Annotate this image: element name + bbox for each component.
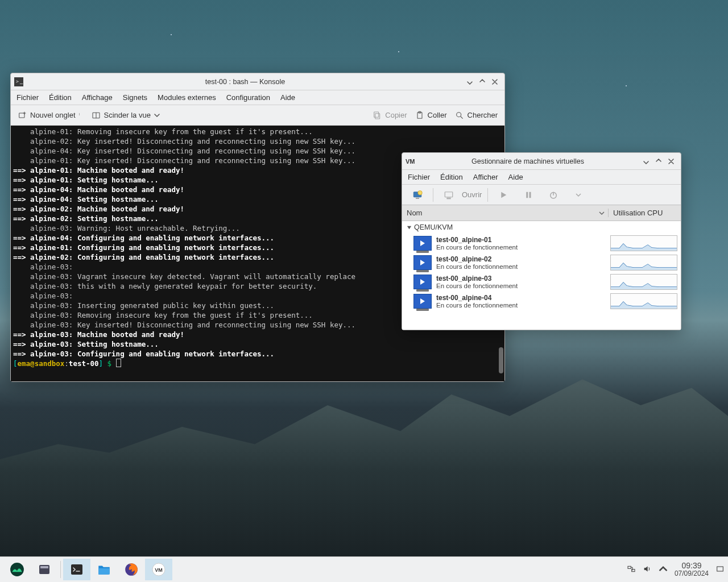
vm-row[interactable]: test-00_alpine-02En cours de fonctionnem… bbox=[402, 253, 681, 272]
desktop: ＞_ test-00 : bash — Konsole FichierÉditi… bbox=[0, 0, 728, 582]
system-tray: 09:39 07/09/2024 bbox=[627, 562, 725, 577]
play-button[interactable] bbox=[494, 187, 513, 203]
split-view-button[interactable]: Scinder la vue bbox=[92, 111, 160, 120]
search-button[interactable]: Chercher bbox=[455, 111, 498, 120]
paste-label: Coller bbox=[428, 111, 447, 119]
svg-rect-10 bbox=[445, 192, 453, 197]
menu-item[interactable]: Afficher bbox=[473, 173, 498, 181]
taskbar-konsole[interactable] bbox=[63, 559, 90, 580]
virt-toolbar: Ouvrir bbox=[402, 185, 681, 205]
new-tab-label: Nouvel onglet bbox=[30, 111, 76, 119]
taskbar: VM 09:39 07/09/2024 bbox=[0, 556, 728, 582]
vm-running-icon bbox=[413, 294, 432, 309]
vm-name: test-00_alpine-03 bbox=[436, 275, 610, 282]
svg-rect-17 bbox=[40, 566, 48, 568]
svg-point-9 bbox=[418, 190, 423, 195]
maximize-button[interactable] bbox=[476, 76, 489, 88]
vm-running-icon bbox=[413, 275, 432, 289]
svg-point-15 bbox=[10, 563, 24, 576]
vm-group-label: QEMU/KVM bbox=[414, 223, 453, 231]
vm-row[interactable]: test-00_alpine-04En cours de fonctionnem… bbox=[402, 292, 681, 311]
tray-expand-icon[interactable] bbox=[659, 564, 668, 575]
vm-row[interactable]: test-00_alpine-03En cours de fonctionnem… bbox=[402, 272, 681, 292]
virt-titlebar[interactable]: VM Gestionnaire de machines virtuelles bbox=[402, 153, 681, 170]
vm-list-header: Nom Utilisation CPU bbox=[402, 205, 681, 221]
vm-row[interactable]: test-00_alpine-01En cours de fonctionnem… bbox=[402, 234, 681, 253]
svg-rect-0 bbox=[19, 113, 24, 118]
konsole-title: test-00 : bash — Konsole bbox=[27, 78, 464, 86]
maximize-button[interactable] bbox=[652, 155, 665, 168]
minimize-button[interactable] bbox=[640, 155, 652, 168]
svg-rect-3 bbox=[374, 112, 379, 117]
taskbar-virt-manager[interactable]: VM bbox=[145, 559, 172, 580]
paste-button[interactable]: Coller bbox=[415, 111, 447, 120]
app-launcher-button[interactable] bbox=[3, 559, 31, 580]
vm-running-icon bbox=[413, 236, 432, 251]
menu-item[interactable]: Fichier bbox=[408, 173, 430, 181]
vm-group[interactable]: QEMU/KVM bbox=[402, 221, 681, 234]
virt-menubar: FichierÉditionAfficherAide bbox=[402, 170, 681, 185]
terminal-scrollbar[interactable] bbox=[499, 347, 503, 373]
menu-item[interactable]: Aide bbox=[508, 173, 523, 181]
power-menu-button[interactable] bbox=[569, 187, 588, 203]
menu-item[interactable]: Aide bbox=[280, 93, 295, 102]
vm-status: En cours de fonctionnement bbox=[436, 282, 610, 289]
vm-running-icon bbox=[413, 255, 432, 270]
task-switcher-button[interactable] bbox=[31, 559, 58, 580]
search-label: Chercher bbox=[468, 111, 498, 119]
clock-date: 07/09/2024 bbox=[675, 569, 709, 577]
volume-tray-icon[interactable] bbox=[643, 564, 652, 575]
network-tray-icon[interactable] bbox=[627, 564, 636, 575]
svg-rect-18 bbox=[71, 564, 82, 575]
cpu-graph bbox=[610, 274, 677, 290]
split-view-label: Scinder la vue bbox=[104, 111, 151, 119]
vm-name: test-00_alpine-01 bbox=[436, 236, 610, 244]
svg-point-6 bbox=[456, 112, 461, 117]
menu-item[interactable]: Édition bbox=[49, 93, 72, 102]
menu-item[interactable]: Affichage bbox=[82, 93, 113, 102]
clock-time: 09:39 bbox=[675, 562, 709, 569]
menu-item[interactable]: Fichier bbox=[16, 93, 39, 102]
new-vm-button[interactable] bbox=[408, 187, 427, 203]
cpu-graph bbox=[610, 255, 677, 271]
close-button[interactable] bbox=[489, 76, 501, 88]
vm-status: En cours de fonctionnement bbox=[436, 263, 610, 270]
open-vm-button[interactable] bbox=[439, 187, 458, 203]
taskbar-separator bbox=[60, 561, 61, 578]
svg-rect-2 bbox=[375, 113, 380, 118]
vm-list: QEMU/KVM test-00_alpine-01En cours de fo… bbox=[402, 221, 681, 330]
column-cpu[interactable]: Utilisation CPU bbox=[608, 209, 681, 217]
clock[interactable]: 09:39 07/09/2024 bbox=[675, 562, 709, 577]
copy-label: Copier bbox=[385, 111, 407, 119]
menu-item[interactable]: Configuration bbox=[226, 93, 270, 102]
open-vm-label: Ouvrir bbox=[462, 190, 482, 199]
taskbar-firefox[interactable] bbox=[118, 559, 145, 580]
minimize-button[interactable] bbox=[464, 76, 476, 88]
cpu-graph bbox=[610, 293, 677, 309]
show-desktop-button[interactable] bbox=[715, 564, 725, 575]
menu-item[interactable]: Signets bbox=[123, 93, 147, 102]
taskbar-files[interactable] bbox=[90, 559, 118, 580]
menu-item[interactable]: Modules externes bbox=[158, 93, 216, 102]
konsole-toolbar: Nouvel onglet Scinder la vue Copier Coll… bbox=[11, 105, 504, 126]
virt-manager-window: VM Gestionnaire de machines virtuelles F… bbox=[402, 152, 681, 330]
power-button[interactable] bbox=[544, 187, 563, 203]
konsole-menubar: FichierÉditionAffichageSignetsModules ex… bbox=[11, 90, 504, 105]
new-tab-button[interactable]: Nouvel onglet bbox=[18, 111, 84, 120]
svg-rect-12 bbox=[527, 192, 528, 198]
svg-rect-13 bbox=[530, 192, 531, 198]
copy-button[interactable]: Copier bbox=[373, 111, 407, 120]
vm-name: test-00_alpine-02 bbox=[436, 255, 610, 263]
konsole-titlebar[interactable]: ＞_ test-00 : bash — Konsole bbox=[11, 73, 504, 90]
cpu-graph bbox=[610, 235, 677, 251]
svg-text:VM: VM bbox=[155, 567, 163, 573]
virt-title: Gestionnaire de machines virtuelles bbox=[416, 157, 640, 165]
vm-status: En cours de fonctionnement bbox=[436, 244, 610, 251]
column-name[interactable]: Nom bbox=[402, 209, 608, 217]
konsole-icon: ＞_ bbox=[14, 77, 23, 86]
svg-rect-11 bbox=[447, 198, 450, 199]
pause-button[interactable] bbox=[519, 187, 538, 203]
menu-item[interactable]: Édition bbox=[440, 173, 463, 181]
svg-rect-23 bbox=[628, 566, 631, 568]
close-button[interactable] bbox=[665, 155, 677, 168]
